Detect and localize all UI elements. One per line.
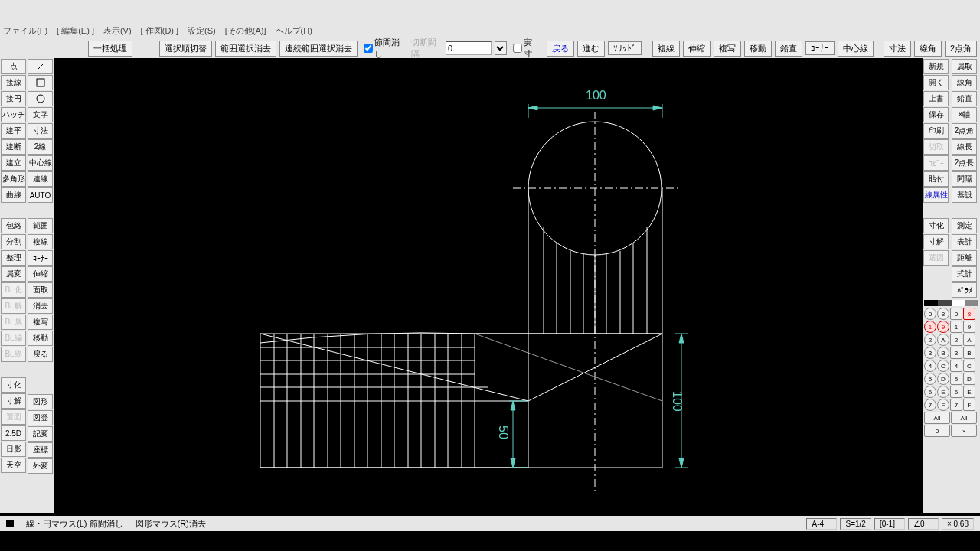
layer-cell-2-3[interactable]: A (963, 334, 975, 346)
tool-l2c-1[interactable]: 図登 (28, 410, 53, 425)
tool-l2b-4[interactable]: 面取 (28, 282, 53, 298)
menu-other[interactable]: [その他(A)] (225, 25, 266, 37)
tool-r1-8[interactable]: 線属性 (923, 187, 949, 203)
range-del-button[interactable]: 範囲選択消去 (215, 41, 276, 57)
corner-button[interactable]: ｺｰﾅｰ (805, 41, 835, 55)
menu-edit[interactable]: [ 編集(E) ] (57, 25, 94, 37)
status-angle[interactable]: ∠0 (908, 518, 939, 530)
layer-cell-3-3[interactable]: B (963, 347, 975, 359)
tool-l2b-3[interactable]: 伸縮 (28, 266, 53, 282)
solid-button[interactable]: ｿﾘｯﾄﾞ (608, 41, 642, 55)
tool-l2c-2[interactable]: 記変 (28, 426, 53, 442)
tool-r1-1[interactable]: 開く (923, 75, 949, 90)
tool-r2-5[interactable]: 線長 (952, 139, 977, 155)
menu-settings[interactable]: 設定(S) (188, 25, 216, 37)
tool-r2b-0[interactable]: 測定 (952, 218, 977, 233)
tool-l1b-4[interactable]: BL化 (1, 282, 26, 298)
tool-l2-5[interactable]: 2線 (28, 139, 53, 155)
layer-cell-7-3[interactable]: F (963, 399, 975, 411)
tool-r2-3[interactable]: ×軸 (952, 107, 977, 122)
chk-nodespan-box[interactable] (364, 44, 373, 53)
center-button[interactable]: 中心線 (838, 41, 874, 57)
layer-cell-6-2[interactable]: 6 (950, 386, 962, 398)
tool-r1-5[interactable]: 切取 (923, 139, 949, 155)
tool-l2-0[interactable] (28, 59, 53, 74)
layer-cell-2-2[interactable]: 2 (950, 334, 962, 346)
layer-cell-0-2[interactable]: 0 (950, 308, 962, 320)
layer-zero[interactable]: 0 (924, 425, 950, 437)
dim-button[interactable]: 寸法 (884, 41, 911, 57)
layer-cell-0-3[interactable]: 8 (963, 308, 975, 320)
menu-view[interactable]: 表示(V) (103, 25, 132, 37)
dupline-button[interactable]: 複線 (652, 41, 680, 57)
layer-cell-5-3[interactable]: D (963, 373, 975, 385)
tool-l2c-3[interactable]: 座標 (28, 442, 53, 458)
tool-l2-2[interactable] (28, 91, 53, 106)
status-layer[interactable]: [0-1] (874, 518, 905, 530)
tool-l1b-5[interactable]: BL解 (1, 298, 26, 314)
tool-r1b-0[interactable]: 寸化 (923, 218, 949, 233)
tool-r2-6[interactable]: 2点長 (952, 155, 977, 171)
layer-cell-5-0[interactable]: 5 (924, 373, 936, 385)
layer-x[interactable]: × (951, 425, 977, 437)
tool-l1-0[interactable]: 点 (1, 59, 26, 74)
tool-l1-1[interactable]: 接線 (1, 75, 26, 90)
status-zoom[interactable]: × 0.68 (942, 518, 974, 530)
tool-l2b-0[interactable]: 範囲 (28, 218, 53, 233)
layer-cell-2-0[interactable]: 2 (924, 334, 936, 346)
tool-l1b-2[interactable]: 整理 (1, 250, 26, 266)
chk-realsize[interactable]: 実寸 (513, 37, 537, 60)
cut-value-input[interactable] (446, 41, 492, 55)
layer-cell-4-0[interactable]: 4 (924, 360, 936, 372)
tool-l1b-7[interactable]: BL編 (1, 331, 26, 346)
layer-cell-3-1[interactable]: B (937, 347, 949, 359)
fwd-button[interactable]: 進む (577, 41, 605, 57)
angle-button[interactable]: 線角 (914, 41, 942, 57)
tool-r1-2[interactable]: 上書 (923, 91, 949, 106)
layer-all-right[interactable]: All (951, 412, 977, 424)
tool-r2-2[interactable]: 鉛直 (952, 91, 977, 106)
tool-l1-2[interactable]: 接円 (1, 91, 26, 106)
tool-l2-6[interactable]: 中心線 (28, 155, 53, 171)
layer-cell-1-2[interactable]: 1 (950, 321, 962, 333)
layer-cell-5-2[interactable]: 5 (950, 373, 962, 385)
menu-help[interactable]: ヘルプ(H) (276, 25, 312, 37)
tool-r1-6[interactable]: ｺﾋﾟｰ (923, 155, 949, 171)
tool-l2-7[interactable]: 連線 (28, 171, 53, 187)
tool-l1-7[interactable]: 多角形 (1, 171, 26, 187)
tool-l2-1[interactable] (28, 75, 53, 90)
tool-l1b-0[interactable]: 包絡 (1, 218, 26, 233)
tool-l1-3[interactable]: ハッチ (1, 107, 26, 122)
perp-button[interactable]: 鉛直 (775, 41, 802, 57)
tool-l1c-0[interactable]: 寸化 (1, 377, 26, 393)
layer-cell-1-1[interactable]: 9 (937, 321, 949, 333)
ext-button[interactable]: 伸縮 (683, 41, 710, 57)
tool-l2b-8[interactable]: 戻る (28, 347, 53, 362)
tool-l2b-5[interactable]: 消去 (28, 298, 53, 314)
cut-dropdown[interactable] (495, 41, 507, 55)
move-button[interactable]: 移動 (744, 41, 772, 57)
tool-l2b-2[interactable]: ｺｰﾅｰ (28, 250, 53, 266)
tool-l2-3[interactable]: 文字 (28, 107, 53, 122)
status-paper[interactable]: A-4 (806, 518, 837, 530)
tool-l1-6[interactable]: 建立 (1, 155, 26, 171)
tool-l1-5[interactable]: 建断 (1, 139, 26, 155)
tool-l2c-4[interactable]: 外変 (28, 458, 53, 474)
pt2-button[interactable]: 2点角 (945, 41, 977, 57)
layer-cell-6-0[interactable]: 6 (924, 386, 936, 398)
tool-l2c-0[interactable]: 図形 (28, 394, 53, 409)
tool-l1-8[interactable]: 曲線 (1, 187, 26, 203)
tool-l1b-3[interactable]: 属変 (1, 266, 26, 282)
tool-r2-4[interactable]: 2点角 (952, 123, 977, 139)
tool-r2b-3[interactable]: 式計 (952, 266, 977, 282)
tool-r1-0[interactable]: 新規 (923, 59, 949, 74)
tool-l2b-7[interactable]: 移動 (28, 331, 53, 346)
tool-r2-1[interactable]: 線角 (952, 75, 977, 90)
layer-cell-4-3[interactable]: C (963, 360, 975, 372)
tool-r2b-1[interactable]: 表計 (952, 234, 977, 249)
back-button[interactable]: 戻る (547, 41, 574, 57)
layer-cell-6-3[interactable]: E (963, 386, 975, 398)
tool-l1b-1[interactable]: 分割 (1, 234, 26, 249)
tool-l1b-6[interactable]: BL属 (1, 315, 26, 330)
layer-cell-0-1[interactable]: 8 (937, 308, 949, 320)
